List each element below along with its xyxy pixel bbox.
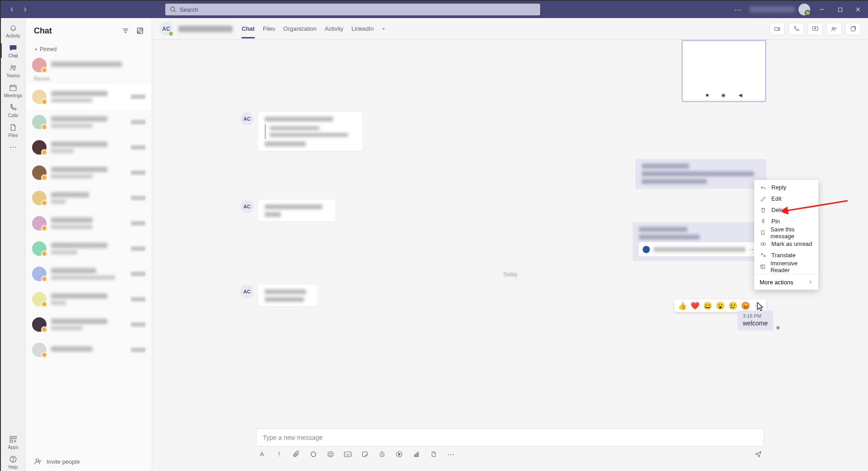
send-button[interactable] [754, 450, 762, 458]
svg-point-0 [171, 7, 175, 11]
rail-calls[interactable]: Calls [1, 100, 25, 120]
svg-rect-15 [851, 27, 855, 31]
add-tab-button[interactable]: + [382, 19, 385, 38]
chat-list-item[interactable] [26, 160, 152, 185]
search-input[interactable]: Search [165, 4, 540, 15]
gif-icon[interactable]: GIF [344, 450, 352, 458]
new-chat-icon[interactable] [136, 27, 144, 34]
chat-list-item[interactable] [26, 185, 152, 211]
tab-organization[interactable]: Organization [283, 19, 317, 38]
ctx-delete[interactable]: Delete [754, 204, 818, 216]
message-sender-avatar: AC [240, 200, 254, 213]
reaction-laugh[interactable]: 😄 [703, 301, 712, 310]
minimize-button[interactable] [816, 3, 828, 16]
rail-more[interactable]: ⋯ [1, 140, 25, 154]
sticker-icon[interactable] [361, 450, 369, 458]
calendar-icon [9, 83, 18, 92]
ctx-edit[interactable]: Edit [754, 193, 818, 204]
reaction-sad[interactable]: 😢 [728, 301, 737, 310]
svg-rect-1 [838, 8, 842, 11]
ctx-translate[interactable]: Translate [754, 250, 818, 261]
more-apps-icon[interactable]: ⋯ [447, 450, 455, 458]
unread-icon [760, 240, 767, 248]
tab-chat[interactable]: Chat [242, 19, 255, 38]
ctx-mark-unread[interactable]: Mark as unread [754, 238, 818, 250]
play-icon[interactable]: ◀ [738, 92, 742, 98]
ctx-save[interactable]: Save this message [754, 227, 818, 238]
rail-teams[interactable]: Teams [1, 61, 25, 80]
stop-icon[interactable]: ■ [706, 92, 709, 98]
attach-icon[interactable] [292, 450, 300, 458]
message-bubble[interactable] [258, 112, 362, 151]
loop-icon[interactable] [309, 450, 317, 458]
maximize-button[interactable] [834, 3, 846, 16]
teams-icon [9, 63, 18, 72]
message-bubble[interactable] [258, 200, 335, 221]
rail-apps[interactable]: Apps [1, 432, 25, 452]
rail-meetings[interactable]: Meetings [1, 80, 25, 100]
message-bubble[interactable]: ⋯ [633, 222, 766, 261]
tab-activity[interactable]: Activity [325, 19, 343, 38]
emoji-icon[interactable] [327, 450, 335, 458]
rail-activity[interactable]: Activity [1, 21, 25, 41]
ctx-reply[interactable]: Reply [754, 182, 818, 193]
rail-chat[interactable]: Chat [1, 41, 25, 61]
chat-list-item[interactable] [26, 55, 152, 75]
screenshare-button[interactable] [807, 23, 823, 35]
chat-list-item[interactable] [26, 236, 152, 261]
chat-list-item[interactable] [26, 211, 152, 236]
close-button[interactable] [852, 3, 864, 16]
approvals-icon[interactable] [412, 450, 420, 458]
chat-list-item[interactable] [26, 312, 152, 337]
chat-list-item[interactable] [26, 261, 152, 287]
message-context-menu: Reply Edit Delete Pin Save this message [754, 180, 818, 290]
audio-call-button[interactable] [789, 23, 804, 35]
add-people-button[interactable] [826, 23, 842, 35]
reaction-angry[interactable]: 😡 [741, 301, 750, 310]
chat-list-item[interactable] [26, 84, 152, 109]
chat-list-item[interactable] [26, 109, 152, 135]
tab-linkedin[interactable]: LinkedIn [351, 19, 373, 38]
chat-contact-avatar[interactable]: AC [159, 22, 173, 36]
stream-icon[interactable] [395, 450, 403, 458]
nav-back-button[interactable] [7, 5, 17, 14]
chat-list-item[interactable] [26, 337, 152, 363]
ctx-pin[interactable]: Pin [754, 216, 818, 227]
ctx-immersive-reader[interactable]: Immersive Reader [754, 261, 818, 272]
priority-icon[interactable] [275, 450, 283, 458]
svg-text:GIF: GIF [346, 453, 350, 456]
reaction-picker: 👍 ❤️ 😄 😮 😢 😡 ⋯ [674, 299, 766, 312]
reaction-heart[interactable]: ❤️ [691, 301, 700, 310]
viva-icon[interactable] [429, 450, 438, 458]
schedule-meeting-icon[interactable] [378, 450, 386, 458]
message-sender-avatar: AC [240, 112, 254, 126]
video-call-button[interactable] [770, 23, 785, 35]
search-placeholder: Search [180, 6, 198, 13]
chat-list-item[interactable] [26, 287, 152, 312]
more-icon: ⋯ [9, 142, 18, 151]
rail-help[interactable]: Help [1, 452, 25, 471]
nav-forward-button[interactable] [20, 5, 30, 14]
pinned-section-label[interactable]: Pinned [26, 43, 152, 55]
format-icon[interactable] [258, 450, 266, 458]
tab-files[interactable]: Files [263, 19, 275, 38]
message-composer-input[interactable]: Type a new message [256, 429, 764, 447]
ctx-more-actions[interactable]: More actions [754, 276, 818, 288]
sent-message-bubble[interactable]: 3:18 PM welcome ◉ [737, 311, 773, 330]
filter-icon[interactable] [122, 27, 129, 34]
reaction-surprised[interactable]: 😮 [716, 301, 725, 310]
reaction-like[interactable]: 👍 [678, 301, 687, 310]
svg-rect-6 [14, 436, 16, 438]
message-more-actions-button[interactable]: ⋯ [754, 301, 763, 310]
current-user-avatar[interactable] [798, 4, 810, 15]
chat-list-item[interactable] [26, 135, 152, 160]
message-bubble[interactable] [635, 159, 766, 188]
rail-files[interactable]: Files [1, 120, 25, 140]
seen-indicator-icon: ◉ [776, 325, 780, 330]
message-attachment-thumbnail[interactable]: ■ ◉ ◀ [681, 40, 766, 102]
message-bubble[interactable] [258, 285, 317, 306]
ellipsis-button[interactable]: ⋯ [732, 3, 744, 16]
record-icon[interactable]: ◉ [721, 92, 726, 98]
invite-people-button[interactable]: Invite people [26, 451, 152, 471]
popout-button[interactable] [845, 23, 861, 35]
